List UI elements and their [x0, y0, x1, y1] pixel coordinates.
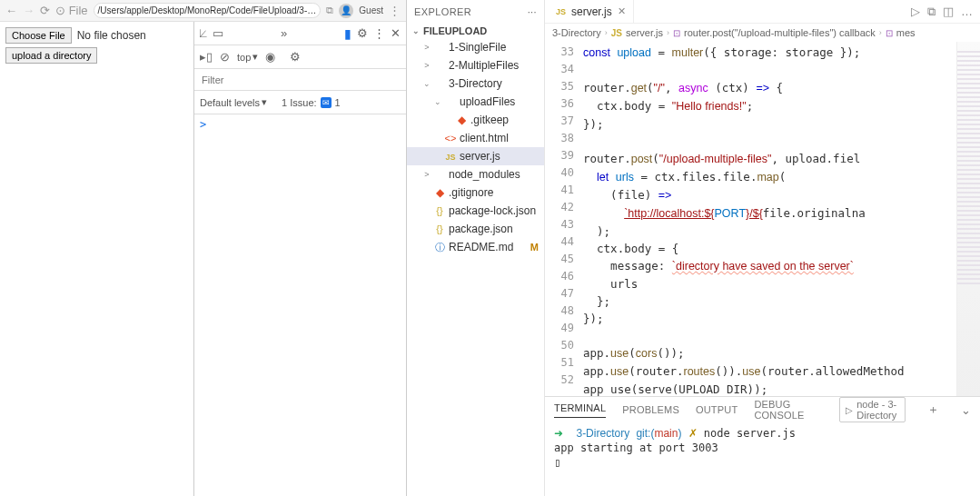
console-output[interactable]: >: [194, 114, 406, 496]
git-status-badge: M: [530, 242, 539, 253]
tree-item-client-html[interactable]: <>client.html: [407, 129, 544, 147]
file-icon: ⓘ: [432, 241, 447, 254]
no-file-label: No file chosen: [77, 29, 146, 42]
console-sidebar-icon[interactable]: ▸▯: [200, 50, 213, 64]
devtools-close-icon[interactable]: ✕: [391, 26, 401, 40]
console-settings-icon[interactable]: ⚙: [290, 50, 301, 64]
devtools-panel: ⟀ ▭ » ▮ ⚙ ⋮ ✕ ▸▯ ⊘ top ▾ ◉ ⚙: [194, 22, 406, 496]
tree-item-label: README.md: [449, 241, 513, 253]
avatar-icon[interactable]: 👤: [339, 4, 353, 18]
file-icon: JS: [443, 150, 458, 163]
terminal-dropdown-icon[interactable]: ⌄: [961, 403, 971, 417]
tree-item-package-json[interactable]: {}package.json: [407, 220, 544, 238]
terminal-output[interactable]: ➜ 3-Directory git:(main) ✗ node server.j…: [545, 422, 980, 496]
browser-url[interactable]: /Users/apple/Desktop/MonoRep/Code/FileUp…: [94, 3, 322, 18]
guest-label: Guest: [359, 5, 383, 15]
new-terminal-icon[interactable]: ＋: [927, 402, 939, 418]
console-prompt-caret-icon: >: [200, 118, 206, 131]
choose-file-button[interactable]: Choose File: [5, 27, 72, 44]
browser-address-bar: ← → ⟳ ⊙ File /Users/apple/Desktop/MonoRe…: [0, 0, 406, 22]
vscode-window: EXPLORER ··· ⌄ FILEUPLOAD >1-SingleFile>…: [407, 0, 980, 496]
upload-directory-button[interactable]: upload a directory: [5, 47, 97, 64]
minimap[interactable]: [956, 42, 980, 396]
tree-item-1-singlefile[interactable]: >1-SingleFile: [407, 38, 544, 56]
bottom-panel: TERMINAL PROBLEMS OUTPUT DEBUG CONSOLE ▷…: [545, 396, 980, 496]
tab-server-js[interactable]: JS server.js ✕: [549, 0, 634, 23]
tree-item-2-multiplefiles[interactable]: >2-MultipleFiles: [407, 56, 544, 74]
code-editor[interactable]: 33 34 35 36 37 38 39 40 41 42 43 44 45 4…: [545, 42, 980, 396]
close-tab-icon[interactable]: ✕: [618, 5, 626, 17]
tree-item-node-modules[interactable]: >node_modules: [407, 165, 544, 184]
menu-dots-icon[interactable]: ⋮: [389, 4, 401, 17]
tree-item-label: 3-Directory: [449, 77, 502, 90]
tree-item-label: server.js: [460, 150, 500, 163]
message-icon[interactable]: ▮: [344, 26, 351, 41]
chevron-icon: >: [421, 43, 432, 52]
tree-item-label: node_modules: [449, 168, 520, 181]
chevron-icon: >: [421, 61, 432, 70]
tree-item-uploadfiles[interactable]: ⌄uploadFiles: [407, 93, 544, 111]
log-levels-dropdown[interactable]: Default levels ▾: [200, 96, 267, 108]
terminal-profile-dropdown[interactable]: ▷node - 3-Directory: [839, 397, 906, 422]
explorer-title: EXPLORER: [414, 6, 471, 17]
method-icon: ⊡: [673, 28, 680, 38]
explorer-more-icon[interactable]: ···: [528, 6, 537, 17]
no-entry-icon[interactable]: ⊘: [220, 50, 230, 64]
tree-item-label: client.html: [460, 132, 509, 144]
inspect-icon[interactable]: ⟀: [200, 26, 207, 40]
diff-icon[interactable]: ⧉: [927, 5, 935, 19]
property-icon: ⊡: [886, 28, 893, 38]
back-icon[interactable]: ←: [5, 4, 17, 17]
panel-tab-debug-console[interactable]: DEBUG CONSOLE: [754, 399, 807, 421]
context-dropdown[interactable]: top ▾: [237, 51, 258, 63]
chevron-icon: >: [421, 170, 432, 179]
issue-badge-icon: ✉: [321, 97, 332, 108]
file-icon: {}: [432, 223, 447, 235]
explorer-root[interactable]: ⌄ FILEUPLOAD: [407, 24, 544, 38]
file-badge-icon: ⊙ File: [55, 4, 88, 17]
js-file-icon: JS: [556, 7, 566, 16]
device-toggle-icon[interactable]: ▭: [213, 26, 223, 40]
tree-item-server-js[interactable]: JSserver.js: [407, 147, 544, 165]
panel-tab-output[interactable]: OUTPUT: [696, 404, 737, 415]
js-file-icon: JS: [611, 28, 622, 38]
devtools-kebab-icon[interactable]: ⋮: [373, 26, 385, 40]
chevron-icon: ⌄: [432, 97, 443, 106]
file-icon: {}: [432, 204, 447, 217]
devtools-more-tabs-icon[interactable]: »: [281, 26, 287, 40]
breadcrumb[interactable]: 3-Directory› JS server.js› ⊡ router.post…: [545, 24, 980, 42]
tree-item-label: package-lock.json: [449, 204, 536, 217]
file-icon: <>: [443, 132, 458, 144]
tree-item--gitignore[interactable]: ◆.gitignore: [407, 184, 544, 202]
code-content[interactable]: const upload = multer({ storage: storage…: [583, 42, 956, 396]
file-tree: >1-SingleFile>2-MultipleFiles⌄3-Director…: [407, 38, 544, 496]
tree-item--gitkeep[interactable]: ◆.gitkeep: [407, 111, 544, 129]
file-icon: ◆: [454, 114, 469, 126]
tree-item-label: .gitignore: [449, 186, 493, 199]
issues-indicator[interactable]: 1 Issue: ✉ 1: [282, 97, 341, 108]
play-icon[interactable]: ▷: [911, 5, 920, 18]
tree-item-package-lock-json[interactable]: {}package-lock.json: [407, 202, 544, 220]
chevron-icon: ⌄: [421, 79, 432, 88]
panel-tab-problems[interactable]: PROBLEMS: [622, 404, 679, 415]
editor-more-icon[interactable]: …: [961, 5, 973, 18]
tree-item-label: .gitkeep: [470, 114, 509, 126]
editor-area: JS server.js ✕ ▷ ⧉ ◫ … 3-Directory› JS s…: [545, 0, 980, 496]
tree-item-label: 1-SingleFile: [449, 41, 506, 54]
devtools-settings-icon[interactable]: ⚙: [357, 26, 368, 40]
editor-tabs: JS server.js ✕ ▷ ⧉ ◫ …: [545, 0, 980, 24]
file-icon: ◆: [432, 186, 447, 199]
split-editor-icon[interactable]: ◫: [943, 5, 954, 18]
tree-item-3-directory[interactable]: ⌄3-Directory: [407, 74, 544, 93]
reload-icon[interactable]: ⟳: [40, 4, 50, 17]
live-expression-icon[interactable]: ◉: [265, 50, 275, 64]
panel-tab-terminal[interactable]: TERMINAL: [554, 402, 606, 418]
forward-icon[interactable]: →: [23, 4, 35, 17]
console-filter-input[interactable]: [200, 73, 401, 87]
share-icon[interactable]: ⧉: [326, 5, 333, 16]
tree-item-label: uploadFiles: [460, 95, 515, 108]
tree-item-readme-md[interactable]: ⓘREADME.mdM: [407, 238, 544, 256]
tab-label: server.js: [571, 5, 612, 18]
tree-item-label: 2-MultipleFiles: [449, 59, 519, 72]
tree-item-label: package.json: [449, 223, 513, 235]
